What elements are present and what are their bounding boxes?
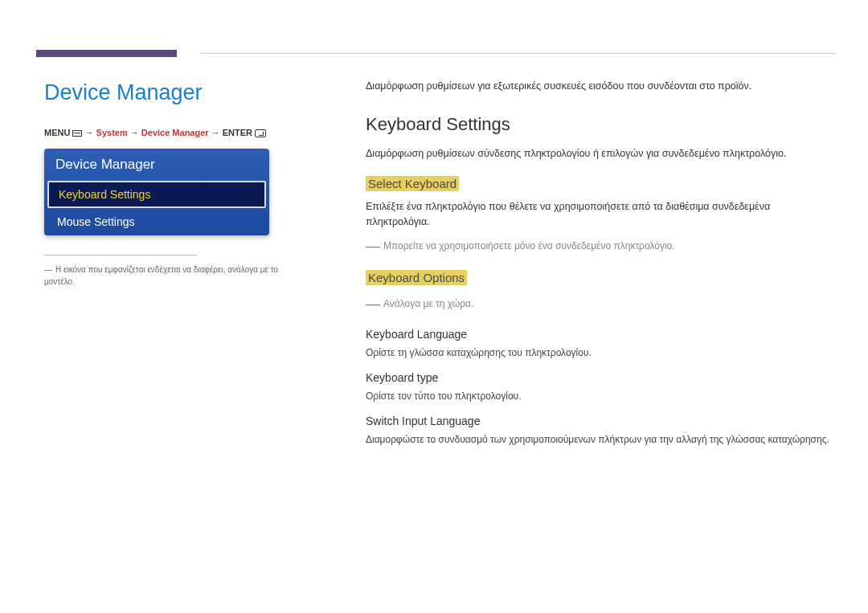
top-divider bbox=[201, 53, 836, 54]
left-column: Device Manager MENU → System → Device Ma… bbox=[44, 80, 285, 288]
right-column: Διαμόρφωση ρυθμίσεων για εξωτερικές συσκ… bbox=[366, 80, 832, 458]
section-marker bbox=[36, 50, 177, 57]
keyboard-type-heading: Keyboard type bbox=[366, 371, 832, 384]
left-footnote: ―Η εικόνα που εμφανίζεται ενδέχεται να δ… bbox=[44, 264, 285, 288]
intro-text: Διαμόρφωση ρυθμίσεων για εξωτερικές συσκ… bbox=[366, 80, 832, 92]
switch-input-language-desc: Διαμορφώστε το συνδυασμό των χρησιμοποιο… bbox=[366, 432, 832, 447]
panel-item-keyboard-settings[interactable]: Keyboard Settings bbox=[47, 181, 266, 208]
breadcrumb-menu: MENU bbox=[44, 128, 70, 137]
select-keyboard-note: ―Μπορείτε να χρησιμοποιήσετε μόνο ένα συ… bbox=[366, 235, 832, 257]
breadcrumb-arrow: → bbox=[211, 128, 220, 137]
select-keyboard-desc: Επιλέξτε ένα πληκτρολόγιο που θέλετε να … bbox=[366, 199, 832, 230]
panel-title: Device Manager bbox=[44, 149, 269, 181]
footnote-dash: ― bbox=[44, 265, 52, 274]
footnote-divider bbox=[44, 255, 197, 255]
breadcrumb-system: System bbox=[96, 128, 128, 137]
keyboard-settings-heading: Keyboard Settings bbox=[366, 114, 832, 135]
keyboard-options-note: ―Ανάλογα με τη χώρα. bbox=[366, 293, 832, 315]
keyboard-language-desc: Ορίστε τη γλώσσα καταχώρησης του πληκτρο… bbox=[366, 345, 832, 360]
switch-input-language-heading: Switch Input Language bbox=[366, 415, 832, 427]
keyboard-type-desc: Ορίστε τον τύπο του πληκτρολογίου. bbox=[366, 389, 832, 403]
note-dash-icon: ― bbox=[366, 296, 380, 312]
keyboard-language-heading: Keyboard Language bbox=[366, 328, 832, 341]
enter-icon bbox=[255, 129, 266, 137]
panel-item-mouse-settings[interactable]: Mouse Settings bbox=[44, 208, 269, 235]
note-dash-icon: ― bbox=[366, 238, 380, 254]
keyboard-options-note-text: Ανάλογα με τη χώρα. bbox=[383, 298, 473, 309]
keyboard-settings-desc: Διαμόρφωση ρυθμίσεων σύνδεσης πληκτρολογ… bbox=[366, 146, 832, 161]
page-title: Device Manager bbox=[44, 80, 285, 105]
select-keyboard-heading: Select Keyboard bbox=[366, 176, 459, 191]
menu-icon bbox=[72, 130, 82, 137]
breadcrumb-arrow: → bbox=[130, 128, 139, 137]
breadcrumb-device-manager: Device Manager bbox=[141, 128, 209, 137]
breadcrumb-enter: ENTER bbox=[223, 128, 252, 137]
breadcrumb: MENU → System → Device Manager → ENTER bbox=[44, 128, 285, 137]
footnote-text: Η εικόνα που εμφανίζεται ενδέχεται να δι… bbox=[44, 265, 278, 286]
keyboard-options-heading: Keyboard Options bbox=[366, 270, 467, 285]
breadcrumb-arrow: → bbox=[85, 128, 94, 137]
select-keyboard-note-text: Μπορείτε να χρησιμοποιήσετε μόνο ένα συν… bbox=[383, 240, 675, 251]
device-manager-panel: Device Manager Keyboard Settings Mouse S… bbox=[44, 149, 269, 235]
